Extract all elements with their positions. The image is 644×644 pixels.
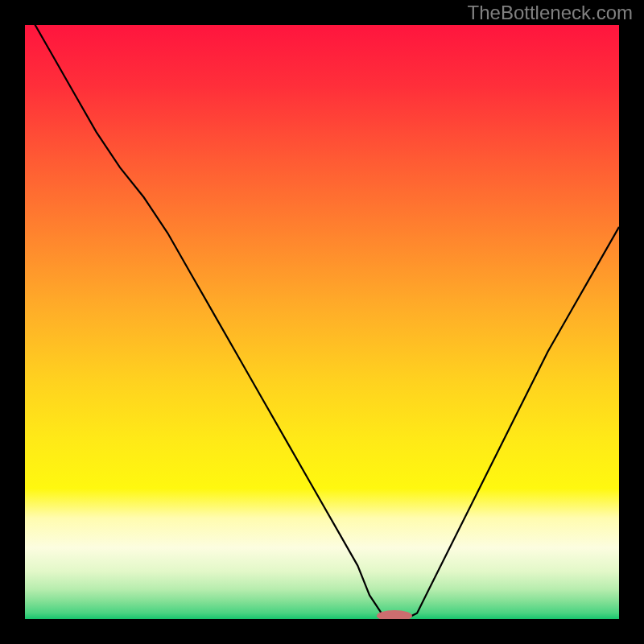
chart-frame: TheBottleneck.com xyxy=(0,0,644,644)
attribution-text: TheBottleneck.com xyxy=(468,2,633,24)
plot-area xyxy=(25,25,619,619)
chart-svg xyxy=(25,25,619,619)
bottleneck-curve xyxy=(25,25,619,619)
optimal-marker xyxy=(377,610,412,619)
